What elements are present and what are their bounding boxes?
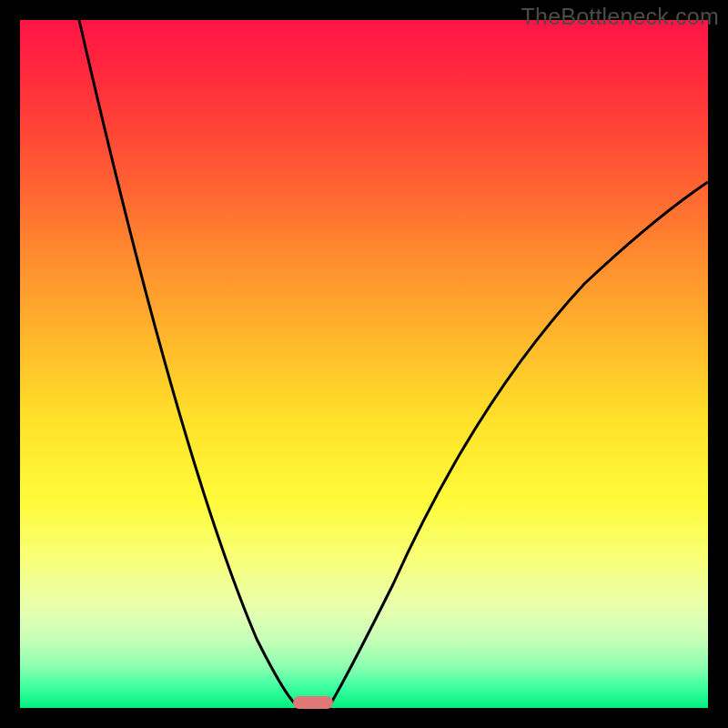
- plot-area: [20, 20, 708, 708]
- curve-left-branch: [79, 20, 296, 704]
- chart-frame: TheBottleneck.com: [0, 0, 728, 728]
- bottleneck-curve: [20, 20, 708, 708]
- optimal-marker: [293, 696, 333, 709]
- curve-right-branch: [330, 182, 708, 704]
- watermark-text: TheBottleneck.com: [521, 4, 719, 30]
